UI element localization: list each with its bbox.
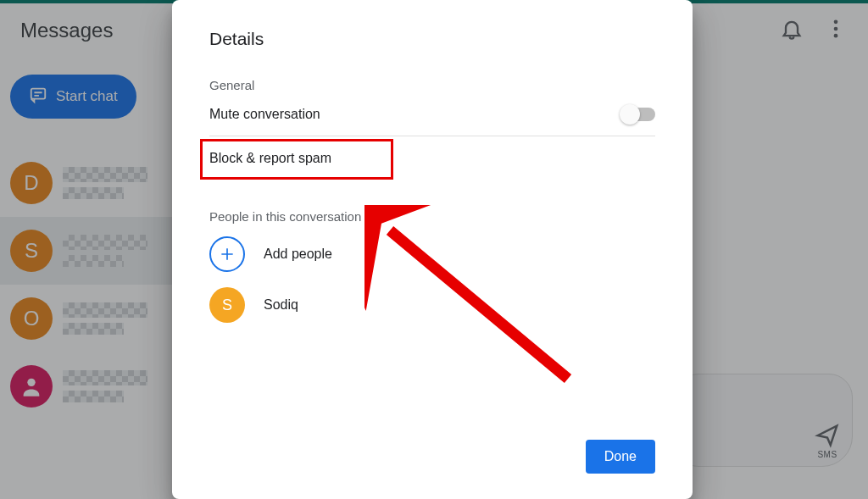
section-header-general: General [209,78,655,92]
add-people-label: Add people [264,247,332,262]
person-icon [10,365,53,408]
compose-box[interactable]: SMS [675,374,853,467]
chat-list-item[interactable]: D [0,149,173,217]
send-sms-label: SMS [817,450,837,459]
avatar: O [10,297,53,340]
add-people-row[interactable]: Add people [209,229,655,280]
svg-rect-3 [31,88,46,98]
send-sms-button[interactable]: SMS [815,423,840,459]
plus-icon [209,236,245,272]
send-icon [815,423,840,452]
chat-list-item[interactable] [0,352,173,420]
start-chat-label: Start chat [56,88,118,105]
done-button[interactable]: Done [586,440,655,474]
chat-icon [29,86,47,108]
svg-point-2 [834,34,838,38]
mute-toggle[interactable] [621,108,655,121]
app-title: Messages [20,19,113,42]
block-report-spam-row[interactable]: Block & report spam [209,136,655,180]
chat-list-item[interactable]: S [0,217,173,285]
block-label: Block & report spam [209,151,331,166]
start-chat-button[interactable]: Start chat [10,75,136,119]
notifications-icon[interactable] [780,17,804,44]
mute-label: Mute conversation [209,107,320,122]
svg-point-4 [27,379,35,386]
avatar: S [10,230,53,272]
person-row[interactable]: S Sodiq [209,280,655,330]
dialog-title: Details [209,29,655,49]
mute-conversation-row[interactable]: Mute conversation [209,92,655,136]
avatar: S [209,287,245,323]
svg-point-0 [834,20,838,25]
chat-list-item[interactable]: O [0,285,173,352]
svg-point-1 [834,27,838,31]
sidebar: Start chat D S O [0,61,174,496]
details-dialog: Details General Mute conversation Block … [172,0,693,499]
more-icon[interactable] [824,17,848,44]
person-name: Sodiq [264,297,298,313]
section-header-people: People in this conversation [209,209,655,224]
avatar: D [10,162,53,204]
